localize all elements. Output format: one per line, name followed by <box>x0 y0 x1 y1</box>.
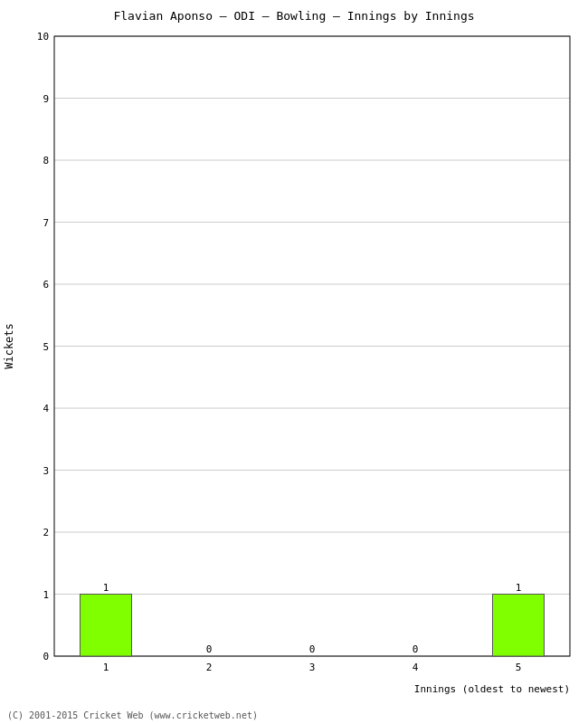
chart-wrapper <box>0 0 588 724</box>
chart-canvas <box>0 0 588 724</box>
